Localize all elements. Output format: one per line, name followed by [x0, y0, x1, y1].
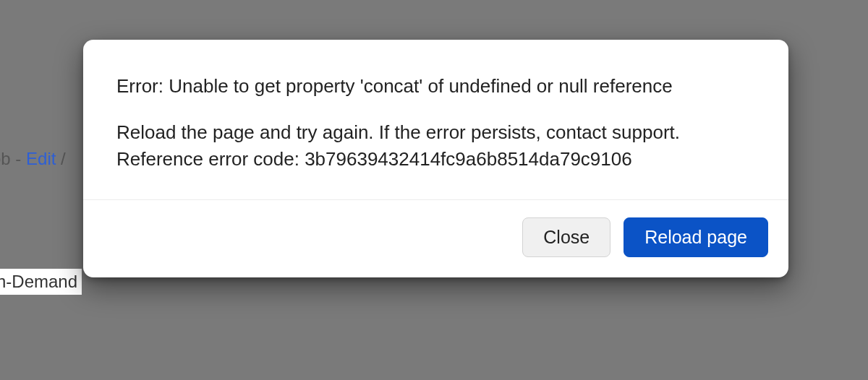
breadcrumb-edit-link[interactable]: Edit: [26, 149, 56, 168]
reload-page-button[interactable]: Reload page: [624, 217, 768, 257]
error-reference-code: Reference error code: 3b79639432414fc9a6…: [116, 146, 754, 173]
dialog-footer: Close Reload page: [83, 199, 788, 277]
error-dialog: Error: Unable to get property 'concat' o…: [83, 40, 788, 277]
dialog-body: Error: Unable to get property 'concat' o…: [83, 40, 788, 199]
error-title: Error: Unable to get property 'concat' o…: [116, 73, 754, 100]
close-button[interactable]: Close: [522, 217, 610, 257]
breadcrumb-separator: /: [56, 149, 65, 168]
breadcrumb-fragment: ob -: [0, 149, 26, 168]
background-breadcrumb: ob - Edit /: [0, 149, 66, 169]
background-label-fragment: n-Demand: [0, 269, 82, 295]
error-instruction: Reload the page and try again. If the er…: [116, 119, 754, 147]
